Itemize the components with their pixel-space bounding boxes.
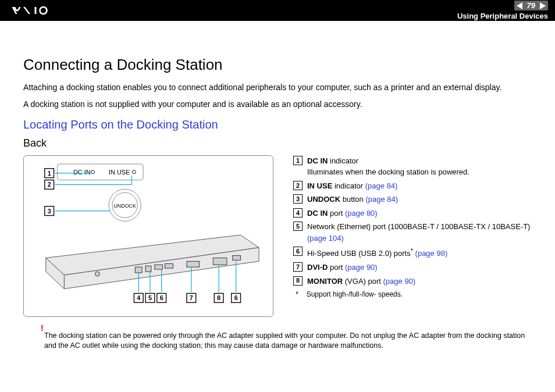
svg-text:6: 6 [160,294,163,301]
warning-icon: ! [41,323,44,334]
in-use-label: IN USE [109,168,130,175]
legend-item: 5Network (Ethernet) port (1000BASE-T / 1… [293,221,532,244]
legend-number: 5 [293,222,303,231]
legend-item: 8MONITOR (VGA) port (page 90) [293,276,532,287]
svg-text:5: 5 [148,294,152,301]
svg-point-1 [40,7,47,14]
svg-rect-21 [135,267,142,273]
svg-text:2: 2 [48,181,51,188]
svg-text:3: 3 [48,207,51,214]
page-link[interactable]: (page 90) [383,277,416,286]
svg-text:7: 7 [190,294,193,301]
legend-text: IN USE indicator (page 84) [307,180,532,192]
legend-item: 6Hi-Speed USB (USB 2.0) ports* (page 98) [293,246,532,259]
svg-text:6: 6 [234,294,238,301]
legend-item: 2IN USE indicator (page 84) [293,180,532,192]
page-number: 79 [525,1,538,10]
legend-text: DC IN indicatorIlluminates when the dock… [307,155,532,178]
warning-note: ! The docking station can be powered onl… [23,331,532,351]
next-page-icon[interactable] [540,2,546,9]
svg-text:1: 1 [48,169,51,176]
vaio-logo [9,5,65,16]
legend-item: 7DVI-D port (page 90) [293,262,532,273]
svg-rect-22 [145,266,151,272]
legend-item: 1DC IN indicatorIlluminates when the doc… [293,155,532,178]
page-navigator: 79 [514,1,548,10]
intro-paragraph-1: Attaching a docking station enables you … [23,82,532,93]
svg-rect-23 [155,265,163,269]
svg-rect-27 [233,255,241,260]
page-link[interactable]: (page 98) [415,250,448,258]
page-link[interactable]: (page 90) [345,263,378,272]
section-title: Using Peripheral Devices [457,12,548,20]
legend-number: 7 [293,262,303,272]
port-legend: 1DC IN indicatorIlluminates when the doc… [293,155,532,300]
legend-number: 1 [293,156,303,165]
warning-text: The docking station can be powered only … [44,332,525,350]
svg-rect-0 [35,7,37,14]
legend-item: 3UNDOCK button (page 84) [293,194,532,205]
legend-text: Network (Ethernet) port (1000BASE-T / 10… [307,221,532,244]
legend-item: 4DC IN port (page 80) [293,208,532,219]
page-title: Connecting a Docking Station [23,56,532,74]
svg-rect-25 [187,261,200,267]
legend-text: Hi-Speed USB (USB 2.0) ports* (page 98) [307,246,532,259]
legend-text: DC IN port (page 80) [307,208,532,219]
legend-number: 6 [293,247,303,256]
page-link[interactable]: (page 84) [365,195,398,204]
legend-number: 4 [293,208,303,218]
legend-text: MONITOR (VGA) port (page 90) [307,276,532,287]
legend-number: 2 [293,181,303,190]
svg-rect-26 [213,258,227,265]
page-link[interactable]: (page 84) [365,181,398,190]
prev-page-icon[interactable] [517,2,522,9]
svg-text:4: 4 [137,294,140,301]
subheading: Locating Ports on the Docking Station [23,118,532,131]
legend-text: DVI-D port (page 90) [307,262,532,273]
legend-number: 8 [293,276,303,286]
header-bar: 79 Using Peripheral Devices [0,0,555,21]
dc-in-label: DC IN [73,168,90,175]
svg-text:8: 8 [217,294,220,301]
legend-number: 3 [293,194,303,204]
page-link[interactable]: (page 80) [345,209,378,218]
svg-rect-2 [57,164,143,180]
svg-point-20 [95,272,99,276]
svg-rect-24 [165,263,173,268]
footnote: *Support high-/full-/low- speeds. [293,289,532,300]
intro-paragraph-2: A docking station is not supplied with y… [23,99,532,110]
undock-label: UNDOCK [113,203,136,209]
page-link[interactable]: (page 104) [307,234,344,243]
docking-station-diagram: DC IN IN USE UNDOCK [23,155,279,317]
legend-text: UNDOCK button (page 84) [307,194,532,205]
view-label: Back [23,137,532,149]
